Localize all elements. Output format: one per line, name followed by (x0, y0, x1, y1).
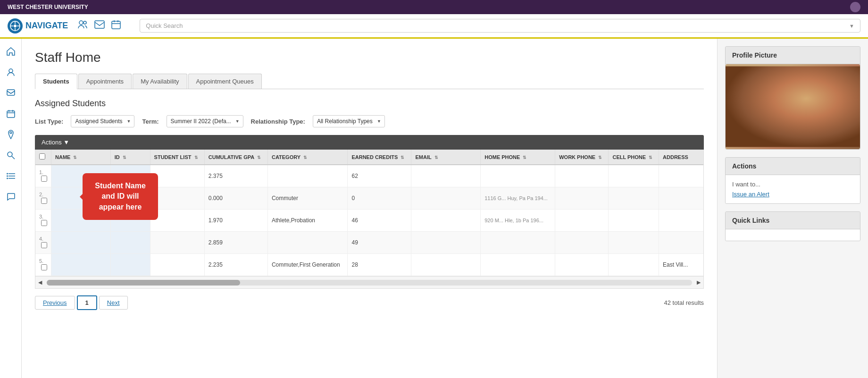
row-checkbox-5[interactable] (41, 264, 47, 270)
cell-phone-cell (609, 210, 659, 232)
sidebar-item-search[interactable] (2, 146, 20, 164)
address-cell: East Vill... (659, 254, 703, 276)
row-num-cell: 4. (35, 232, 51, 254)
scroll-left-button[interactable]: ◀ (35, 278, 45, 286)
quick-links-body (726, 229, 860, 241)
sidebar-item-home[interactable] (2, 42, 20, 60)
select-all-checkbox[interactable] (39, 153, 45, 160)
email-cell (411, 187, 481, 210)
header-name[interactable]: NAME ⇅ (51, 150, 111, 165)
sidebar-item-calendar[interactable] (2, 105, 20, 123)
table-row: 5. 2.235 Commuter,First Generation 28 Ea… (35, 254, 703, 276)
sidebar-item-profile[interactable] (2, 63, 20, 81)
svg-point-19 (10, 132, 12, 134)
sidebar-item-chat[interactable] (2, 188, 20, 206)
gpa-cell: 0.000 (204, 187, 267, 210)
credits-cell: 46 (348, 210, 411, 232)
address-cell (659, 210, 703, 232)
logo-icon (8, 18, 23, 34)
sidebar-item-pin[interactable] (2, 126, 20, 143)
table-container: Student Name and ID will appear here NAM… (35, 150, 703, 276)
tab-my-availability[interactable]: My Availability (133, 74, 187, 89)
issue-alert-link[interactable]: Issue an Alert (732, 191, 853, 198)
page-1-button[interactable]: 1 (77, 295, 97, 310)
nav-bar: NAVIGATE Quick Search (0, 14, 868, 39)
row-checkbox-4[interactable] (41, 242, 47, 248)
nav-people-icon[interactable] (77, 20, 88, 32)
header-student-list[interactable]: STUDENT LIST ⇅ (150, 150, 204, 165)
pagination-controls: Previous 1 Next (35, 295, 128, 310)
header-earned-credits[interactable]: EARNED CREDITS ⇅ (348, 150, 411, 165)
row-num-cell: 5. (35, 254, 51, 276)
scroll-bar-track[interactable] (47, 280, 692, 286)
cell-phone-cell (609, 165, 659, 187)
id-cell (110, 232, 150, 254)
category-cell: Commuter (267, 187, 348, 210)
user-avatar[interactable] (850, 2, 860, 12)
tab-appointments[interactable]: Appointments (78, 74, 132, 89)
nav-mail-icon[interactable] (94, 20, 105, 31)
actions-bar[interactable]: Actions ▼ (35, 135, 704, 150)
sidebar-item-list[interactable] (2, 167, 20, 185)
header-home-phone[interactable]: HOME PHONE ⇅ (481, 150, 555, 165)
category-cell (267, 165, 348, 187)
nav-calendar-icon[interactable] (111, 20, 121, 32)
email-cell (411, 210, 481, 232)
header-email[interactable]: EMAIL ⇅ (411, 150, 481, 165)
tab-appointment-queues[interactable]: Appointment Queues (188, 74, 262, 89)
row-number: 5. (39, 258, 43, 264)
page-title: Staff Home (35, 50, 704, 65)
header-select-all (35, 150, 51, 165)
chevron-down-icon: ▼ (849, 23, 854, 29)
student-list-cell (150, 187, 204, 210)
sidebar (0, 39, 22, 378)
header-cell-phone[interactable]: CELL PHONE ⇅ (609, 150, 659, 165)
term-select-wrapper: Summer II 2022 (Defa... Fall 2022 Spring… (167, 115, 243, 127)
gpa-cell: 1.970 (204, 210, 267, 232)
gpa-cell: 2.375 (204, 165, 267, 187)
list-type-select[interactable]: Assigned Students All Students My Caselo… (71, 115, 134, 127)
header-id[interactable]: ID ⇅ (110, 150, 150, 165)
quick-search-bar[interactable]: Quick Search ▼ (140, 19, 860, 33)
next-button[interactable]: Next (99, 296, 128, 310)
actions-label[interactable]: Actions ▼ (42, 139, 69, 146)
table-row: 4. 2.859 49 (35, 232, 703, 254)
section-title: Assigned Students (35, 99, 704, 109)
svg-point-27 (7, 178, 8, 179)
header-cumulative-gpa[interactable]: CUMULATIVE GPA ⇅ (204, 150, 267, 165)
address-cell (659, 187, 703, 210)
svg-point-1 (14, 25, 17, 27)
svg-rect-14 (7, 90, 15, 95)
row-checkbox-2[interactable] (41, 198, 47, 204)
table-wrapper: Student Name and ID will appear here NAM… (35, 150, 704, 289)
work-phone-cell (555, 254, 609, 276)
nav-icons (77, 20, 121, 32)
header-work-phone[interactable]: WORK PHONE ⇅ (555, 150, 609, 165)
term-select[interactable]: Summer II 2022 (Defa... Fall 2022 Spring… (167, 115, 243, 127)
svg-rect-28 (726, 67, 860, 147)
scroll-right-button[interactable]: ▶ (694, 278, 703, 286)
app-logo[interactable]: NAVIGATE (8, 18, 68, 34)
tab-students[interactable]: Students (35, 74, 77, 89)
email-cell (411, 232, 481, 254)
home-phone-cell: 920 M... Hle, 1b Pa 196... (481, 210, 555, 232)
home-phone-cell (481, 165, 555, 187)
quick-links-title: Quick Links (726, 212, 860, 229)
name-cell (51, 254, 111, 276)
top-bar: WEST CHESTER UNIVERSITY (0, 0, 868, 14)
horizontal-scrollbar[interactable]: ◀ ▶ (35, 276, 703, 288)
relationship-type-label: Relationship Type: (251, 118, 305, 125)
cell-phone-cell (609, 232, 659, 254)
row-checkbox-3[interactable] (41, 220, 47, 226)
header-category[interactable]: CATEGORY ⇅ (267, 150, 348, 165)
svg-point-25 (7, 173, 8, 175)
main-layout: Staff Home Students Appointments My Avai… (0, 39, 868, 378)
actions-prompt: I want to... (732, 181, 853, 188)
previous-button[interactable]: Previous (35, 296, 75, 310)
gpa-cell: 2.859 (204, 232, 267, 254)
row-checkbox-1[interactable] (41, 176, 47, 182)
sidebar-item-messages[interactable] (2, 84, 20, 102)
work-phone-cell (555, 232, 609, 254)
relationship-type-select[interactable]: All Relationship Types Advisor Tutor Coa… (313, 115, 385, 127)
gpa-cell: 2.235 (204, 254, 267, 276)
